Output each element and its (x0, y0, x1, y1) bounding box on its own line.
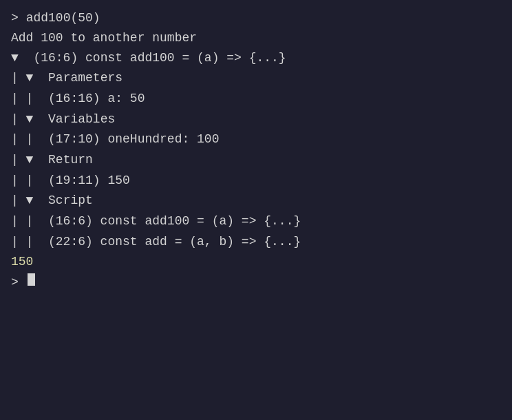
collapse-icon-3[interactable]: ▼ (26, 109, 34, 130)
result-line: 150 (11, 252, 501, 273)
tree-content-9: (22:6) const add = (a, b) => {...} (33, 232, 301, 253)
pipe-5: | (11, 150, 26, 171)
pipe-3: | (11, 109, 26, 130)
next-prompt-symbol: > (11, 273, 19, 293)
tree-line-5: | ▼ Return (11, 150, 501, 171)
pipe-6: | | (11, 171, 33, 191)
tree-line-9: | | (22:6) const add = (a, b) => {...} (11, 232, 501, 253)
collapse-icon-7[interactable]: ▼ (26, 191, 34, 211)
result-value: 150 (11, 252, 33, 273)
pipe-8: | | (11, 211, 33, 232)
tree-content-1: Parameters (33, 68, 122, 89)
tree-content-2: (16:16) a: 50 (33, 89, 145, 109)
pipe-2: | | (11, 89, 33, 109)
pipe-7: | (11, 191, 26, 211)
cursor[interactable] (28, 273, 35, 286)
pipe-9: | | (11, 232, 33, 253)
pipe-1: | (11, 68, 26, 89)
collapse-icon-1[interactable]: ▼ (26, 68, 34, 89)
pipe-4: | | (11, 129, 33, 150)
tree-line-3: | ▼ Variables (11, 109, 501, 130)
description-line: Add 100 to another number (11, 28, 501, 48)
tree-line-1: | ▼ Parameters (11, 68, 501, 89)
description-text: Add 100 to another number (11, 28, 197, 48)
command-line: > add100(50) (11, 8, 501, 28)
tree-content-5: Return (33, 150, 92, 171)
command-text: add100(50) (26, 8, 100, 28)
tree-content-8: (16:6) const add100 = (a) => {...} (33, 211, 301, 232)
tree-content-0: (16:6) const add100 = (a) => {...} (19, 48, 286, 69)
collapse-icon-0[interactable]: ▼ (11, 48, 19, 69)
collapse-icon-5[interactable]: ▼ (26, 150, 34, 171)
tree-line-6: | | (19:11) 150 (11, 171, 501, 191)
tree-content-6: (19:11) 150 (33, 171, 129, 191)
tree-line-0: ▼ (16:6) const add100 = (a) => {...} (11, 48, 501, 69)
tree-content-4: (17:10) oneHundred: 100 (33, 129, 219, 150)
console-container: > add100(50) Add 100 to another number ▼… (11, 8, 501, 293)
next-prompt-line: > (11, 273, 501, 293)
tree-line-2: | | (16:16) a: 50 (11, 89, 501, 109)
tree-content-7: Script (33, 191, 92, 211)
tree-line-7: | ▼ Script (11, 191, 501, 211)
tree-line-8: | | (16:6) const add100 = (a) => {...} (11, 211, 501, 232)
tree-content-3: Variables (33, 109, 115, 130)
tree-line-4: | | (17:10) oneHundred: 100 (11, 129, 501, 150)
prompt-symbol: > (11, 8, 19, 28)
